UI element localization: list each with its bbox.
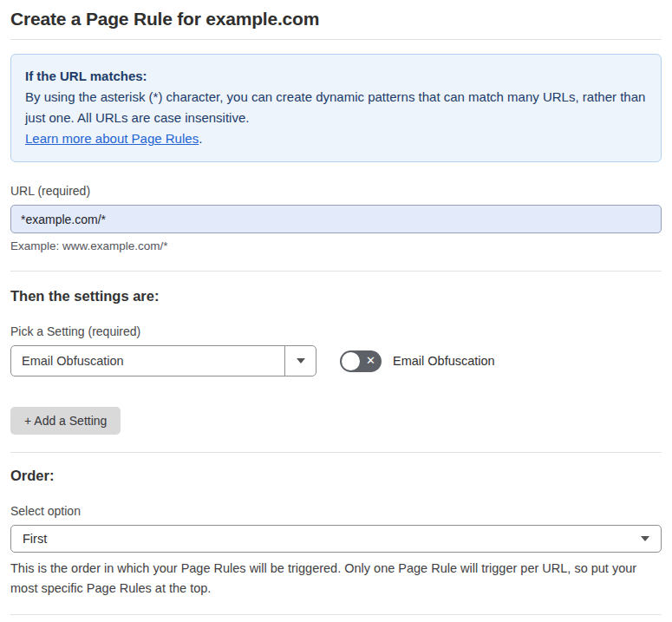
setting-select-arrow-button[interactable] [284, 346, 316, 376]
setting-row: Email Obfuscation ✕ Email Obfuscation [10, 345, 662, 376]
add-setting-button[interactable]: + Add a Setting [10, 407, 121, 435]
link-period: . [199, 131, 202, 146]
info-box-heading: If the URL matches: [25, 66, 647, 87]
page-title: Create a Page Rule for example.com [10, 9, 662, 39]
email-obfuscation-toggle[interactable]: ✕ [340, 350, 382, 372]
order-section-heading: Order: [10, 468, 662, 484]
setting-select[interactable]: Email Obfuscation [10, 345, 316, 376]
email-obfuscation-toggle-group: ✕ Email Obfuscation [340, 350, 495, 372]
toggle-label: Email Obfuscation [393, 354, 495, 368]
select-option-label: Select option [10, 504, 662, 518]
setting-select-value: Email Obfuscation [11, 346, 284, 376]
settings-section-heading: Then the settings are: [10, 288, 662, 304]
url-example-hint: Example: www.example.com/* [10, 239, 662, 252]
learn-more-link[interactable]: Learn more about Page Rules [25, 131, 199, 146]
order-select-value: First [23, 532, 641, 546]
order-help-text: This is the order in which your Page Rul… [10, 559, 662, 599]
caret-down-icon [297, 358, 305, 363]
url-input[interactable] [10, 205, 662, 233]
info-box-body: By using the asterisk (*) character, you… [25, 87, 647, 128]
url-field-label: URL (required) [10, 184, 662, 198]
section-divider-1 [10, 271, 662, 272]
caret-down-icon [641, 536, 649, 541]
url-matches-info-box: If the URL matches: By using the asteris… [10, 54, 662, 162]
create-page-rule-form: Create a Page Rule for example.com If th… [0, 0, 672, 622]
info-box-link-line: Learn more about Page Rules. [25, 128, 647, 149]
footer-divider [10, 614, 662, 615]
toggle-knob [342, 352, 360, 370]
section-divider-2 [10, 452, 662, 453]
order-select[interactable]: First [10, 525, 662, 553]
title-divider [10, 39, 662, 40]
pick-setting-label: Pick a Setting (required) [10, 324, 662, 338]
toggle-off-x-icon: ✕ [366, 355, 375, 366]
